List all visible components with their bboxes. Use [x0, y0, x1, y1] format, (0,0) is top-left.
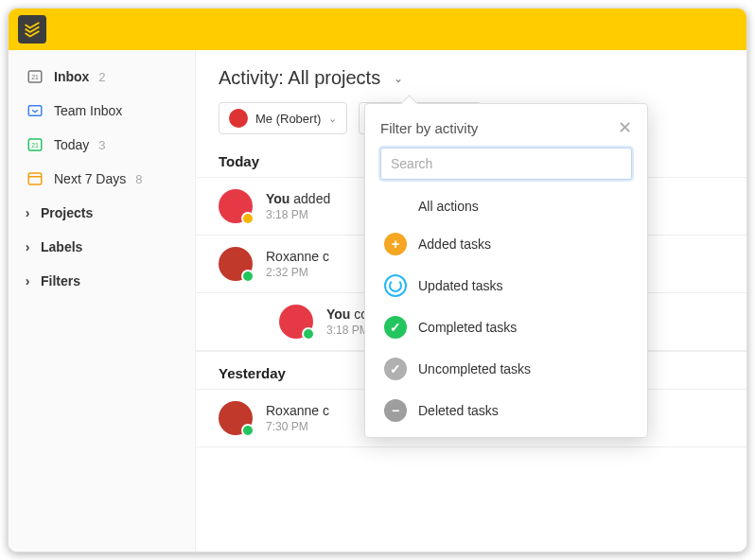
status-badge-icon: [241, 270, 255, 283]
sidebar-item-today[interactable]: 21 Today 3: [9, 128, 195, 162]
sidebar: 21 Inbox 2 Team Inbox 21 Today 3: [9, 50, 196, 551]
sidebar-item-label: Inbox: [54, 69, 89, 84]
sidebar-item-label: Next 7 Days: [54, 171, 126, 186]
filter-search-input[interactable]: [380, 148, 632, 180]
page-title: Activity: All projects: [219, 67, 380, 89]
svg-text:21: 21: [31, 74, 39, 80]
avatar: [279, 305, 313, 339]
sidebar-item-count: 2: [98, 70, 105, 84]
filter-option-label: Deleted tasks: [418, 403, 499, 418]
filter-option-updated[interactable]: Updated tasks: [365, 265, 647, 306]
activity-text: You co: [326, 306, 369, 322]
team-inbox-icon: [26, 101, 44, 120]
todoist-logo-icon: [24, 21, 41, 38]
popup-title: Filter by activity: [380, 120, 478, 136]
svg-text:21: 21: [31, 142, 39, 149]
sidebar-item-label: Team Inbox: [54, 103, 122, 118]
sidebar-item-inbox[interactable]: 21 Inbox 2: [9, 60, 195, 94]
completed-icon: ✓: [384, 316, 407, 339]
chevron-right-icon: ›: [22, 239, 33, 254]
inbox-icon: 21: [26, 67, 44, 86]
app-logo[interactable]: [18, 15, 46, 44]
activity-time: 2:32 PM: [266, 266, 329, 279]
filter-option-label: Added tasks: [418, 236, 491, 252]
filter-option-uncompleted[interactable]: ✓ Uncompleted tasks: [365, 348, 647, 390]
chevron-right-icon: ›: [22, 205, 33, 220]
avatar: [219, 189, 253, 223]
next7days-icon: [26, 169, 44, 188]
sidebar-section-labels[interactable]: › Labels: [9, 230, 195, 264]
filter-option-deleted[interactable]: − Deleted tasks: [365, 390, 647, 431]
chevron-down-icon: ⌄: [394, 72, 403, 85]
filter-option-label: Completed tasks: [418, 320, 517, 335]
sidebar-item-count: 3: [98, 138, 105, 152]
chevron-right-icon: ›: [22, 273, 33, 289]
avatar: [219, 401, 253, 435]
filter-option-added[interactable]: + Added tasks: [365, 223, 647, 265]
today-icon: 21: [26, 135, 44, 154]
avatar-icon: [229, 109, 248, 128]
status-badge-icon: [302, 327, 315, 341]
svg-rect-2: [28, 106, 42, 116]
project-selector[interactable]: Activity: All projects ⌄: [219, 67, 403, 89]
activity-time: 7:30 PM: [266, 420, 329, 433]
filter-activity-popup: Filter by activity ✕ All actions + Added…: [364, 103, 648, 438]
added-icon: +: [384, 233, 407, 255]
activity-time: 3:18 PM: [266, 208, 330, 221]
updated-icon: [384, 274, 407, 297]
sidebar-section-projects[interactable]: › Projects: [9, 196, 195, 230]
main-header: Activity: All projects ⌄: [196, 67, 746, 102]
sidebar-section-label: Labels: [41, 239, 82, 254]
user-filter-dropdown[interactable]: Me (Robert) ⌄: [219, 102, 347, 134]
topbar: [9, 9, 746, 50]
filter-option-completed[interactable]: ✓ Completed tasks: [365, 306, 647, 348]
activity-text: Roxanne c: [266, 249, 329, 264]
sidebar-item-next7days[interactable]: Next 7 Days 8: [9, 162, 195, 196]
dropdown-label: Me (Robert): [255, 112, 321, 126]
filter-option-all[interactable]: All actions: [365, 189, 647, 223]
sidebar-item-team-inbox[interactable]: Team Inbox: [9, 94, 195, 128]
activity-text: You added: [266, 191, 330, 206]
sidebar-section-filters[interactable]: › Filters: [9, 264, 195, 298]
filter-option-label: Uncompleted tasks: [418, 361, 531, 376]
sidebar-section-label: Filters: [41, 273, 80, 289]
svg-rect-5: [28, 173, 42, 184]
status-badge-icon: [241, 212, 255, 225]
filter-option-label: All actions: [418, 199, 479, 214]
sidebar-item-count: 8: [135, 172, 142, 186]
activity-time: 3:18 PM: [326, 324, 369, 337]
sidebar-section-label: Projects: [41, 205, 93, 220]
chevron-down-icon: ⌄: [328, 113, 337, 125]
uncompleted-icon: ✓: [384, 358, 407, 380]
filter-option-label: Updated tasks: [418, 278, 503, 293]
activity-text: Roxanne c: [266, 403, 329, 418]
avatar: [219, 247, 253, 281]
deleted-icon: −: [384, 399, 407, 422]
sidebar-item-label: Today: [54, 137, 89, 152]
close-icon[interactable]: ✕: [618, 117, 632, 138]
app-window: 21 Inbox 2 Team Inbox 21 Today 3: [8, 8, 747, 552]
status-badge-icon: [241, 424, 255, 437]
